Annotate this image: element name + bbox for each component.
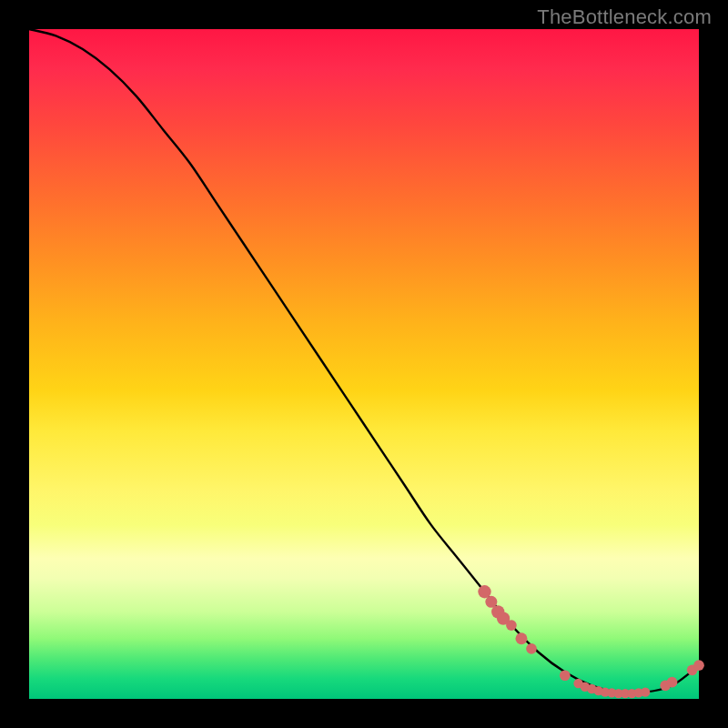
data-marker: [641, 687, 650, 696]
plot-area: [29, 29, 699, 699]
data-marker: [693, 660, 704, 671]
data-marker: [515, 632, 527, 644]
bottleneck-curve: [29, 29, 699, 693]
curve-svg: [29, 29, 699, 699]
data-marker: [506, 620, 517, 631]
marker-group: [478, 585, 704, 698]
data-marker: [667, 677, 678, 688]
data-marker: [526, 643, 537, 654]
watermark-label: TheBottleneck.com: [537, 5, 712, 29]
data-marker: [560, 670, 571, 681]
chart-frame: TheBottleneck.com: [0, 0, 728, 728]
